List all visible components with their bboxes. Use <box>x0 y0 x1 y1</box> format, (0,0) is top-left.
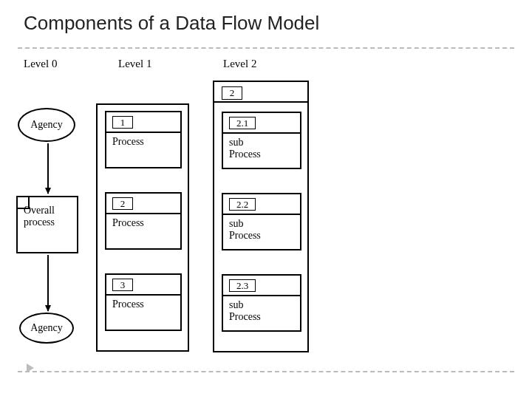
arrow-agency-to-process <box>47 143 49 194</box>
subprocess-box-1: 2.1 sub Process <box>222 112 301 169</box>
subprocess-label: sub Process <box>229 137 261 160</box>
process-box-3: 3 Process <box>105 273 182 331</box>
column-header-level2: Level 2 <box>223 58 256 70</box>
level2-header-number: 2 <box>222 86 242 100</box>
subprocess-box-3: 2.3 sub Process <box>222 274 301 332</box>
process-label: Process <box>112 299 144 310</box>
agency-top: Agency <box>18 108 75 142</box>
column-header-level0: Level 0 <box>24 58 57 70</box>
level2-container: 2 2.1 sub Process 2.2 sub Process 2.3 su… <box>213 81 309 352</box>
agency-bottom: Agency <box>19 313 74 344</box>
process-box-2: 2 Process <box>105 192 182 250</box>
subprocess-number: 2.2 <box>229 198 256 211</box>
column-header-level1: Level 1 <box>118 58 151 70</box>
arrow-process-to-agency <box>47 255 49 311</box>
level1-container: 1 Process 2 Process 3 Process <box>96 103 189 352</box>
slide-title: Components of a Data Flow Model <box>24 12 319 35</box>
level2-header: 2 <box>214 82 307 103</box>
divider-bottom <box>18 371 514 372</box>
process-number: 2 <box>112 197 133 210</box>
process-number: 3 <box>112 279 133 291</box>
process-label: Process <box>112 217 144 229</box>
process-box-1: 1 Process <box>105 111 182 168</box>
subprocess-number: 2.3 <box>229 279 256 292</box>
subprocess-box-2: 2.2 sub Process <box>222 193 301 250</box>
play-icon <box>27 364 34 372</box>
subprocess-number: 2.1 <box>229 117 256 129</box>
overall-process-box: Overall process <box>16 196 78 253</box>
process-number: 1 <box>112 116 133 129</box>
subprocess-label: sub Process <box>229 299 261 323</box>
subprocess-label: sub Process <box>229 218 261 242</box>
divider-top <box>18 47 514 49</box>
overall-process-label: Overall process <box>24 205 71 228</box>
process-label: Process <box>112 136 144 148</box>
